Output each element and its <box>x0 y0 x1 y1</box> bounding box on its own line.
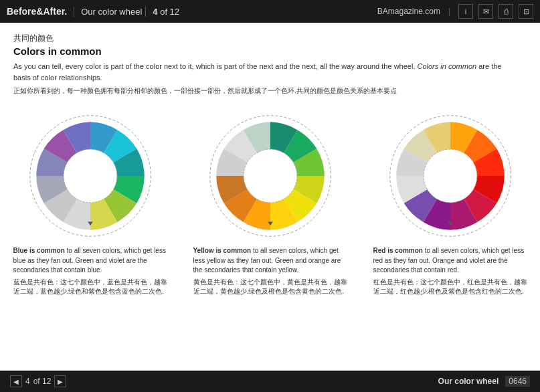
header-controls: BAmagazine.com | i ✉ ⎙ ⊡ <box>377 4 533 19</box>
header-title: Our color wheel <box>74 7 142 17</box>
bookmark-icon[interactable]: ⊡ <box>519 4 533 19</box>
caption-yellow: Yellow is common to all seven colors, wh… <box>193 246 347 297</box>
header: Before&After. Our color wheel 4 of 12 BA… <box>0 0 540 23</box>
footer: ◀ 4 of 12 ▶ Our color wheel 0646 <box>0 371 540 392</box>
wheels-area: Blue is common to all seven colors, whic… <box>0 109 540 300</box>
wheel-yellow: Yellow is common to all seven colors, wh… <box>190 112 351 297</box>
description-english: As you can tell, every color is part of … <box>13 61 515 83</box>
title-english: Colors in common <box>13 45 527 57</box>
wheel-yellow-svg <box>207 112 334 239</box>
header-page-info: 4 of 12 <box>145 7 179 17</box>
brand-logo: Before&After. <box>7 6 67 17</box>
wheel-red-svg <box>387 112 514 239</box>
caption-blue: Blue is common to all seven colors, whic… <box>13 246 167 297</box>
main-content: 共同的颜色 Colors in common As you can tell, … <box>0 23 540 102</box>
footer-title: Our color wheel <box>438 377 499 386</box>
footer-of-total: of 12 <box>33 377 52 386</box>
description-chinese: 正如你所看到的，每一种颜色拥有每部分相邻的颜色，一部份接一部份，然后就形成了一个… <box>13 86 515 96</box>
wheel-blue-svg <box>27 112 154 239</box>
caption-red: Red is common to all seven colors, which… <box>373 246 527 297</box>
wheel-red: Red is common to all seven colors, which… <box>370 112 531 297</box>
prev-page-button[interactable]: ◀ <box>10 375 22 387</box>
footer-nav: ◀ 4 of 12 ▶ <box>10 375 66 387</box>
info-icon[interactable]: i <box>458 4 473 19</box>
print-icon[interactable]: ⎙ <box>499 4 513 19</box>
next-page-button[interactable]: ▶ <box>54 375 66 387</box>
site-link[interactable]: BAmagazine.com <box>377 7 440 16</box>
wheel-blue: Blue is common to all seven colors, whic… <box>10 112 171 297</box>
email-icon[interactable]: ✉ <box>478 4 493 19</box>
footer-page-number: 4 <box>25 377 30 386</box>
title-chinese: 共同的颜色 <box>13 33 527 44</box>
footer-right: Our color wheel 0646 <box>438 376 530 387</box>
footer-number: 0646 <box>505 376 530 387</box>
